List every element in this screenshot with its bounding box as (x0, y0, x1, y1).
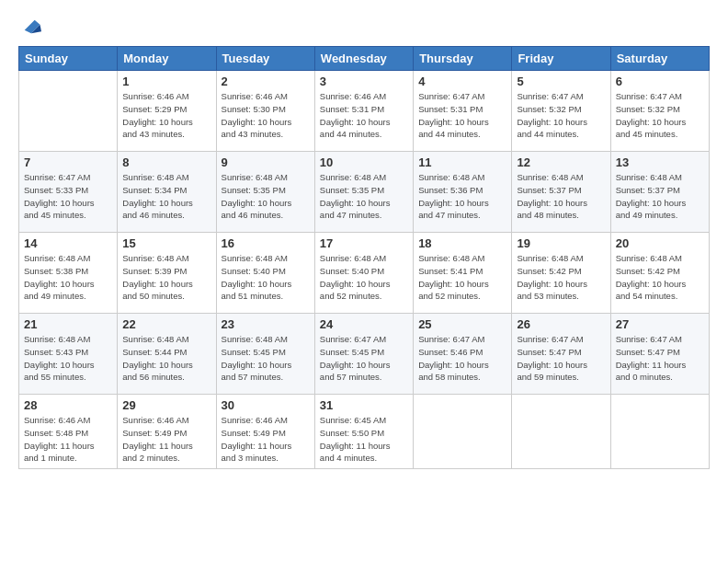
day-info: Sunrise: 6:48 AMSunset: 5:42 PMDaylight:… (616, 252, 704, 303)
calendar-cell: 8Sunrise: 6:48 AMSunset: 5:34 PMDaylight… (118, 152, 216, 233)
day-number: 20 (616, 236, 704, 250)
calendar-cell: 15Sunrise: 6:48 AMSunset: 5:39 PMDayligh… (118, 233, 216, 314)
day-number: 27 (616, 317, 704, 331)
weekday-header-tuesday: Tuesday (216, 47, 314, 71)
calendar-cell: 11Sunrise: 6:48 AMSunset: 5:36 PMDayligh… (414, 152, 512, 233)
calendar-cell: 23Sunrise: 6:48 AMSunset: 5:45 PMDayligh… (216, 314, 314, 395)
calendar-cell: 21Sunrise: 6:48 AMSunset: 5:43 PMDayligh… (19, 314, 118, 395)
day-info: Sunrise: 6:47 AMSunset: 5:32 PMDaylight:… (616, 90, 704, 141)
day-number: 22 (122, 317, 210, 331)
day-number: 3 (320, 75, 408, 88)
calendar-cell: 5Sunrise: 6:47 AMSunset: 5:32 PMDaylight… (512, 71, 610, 152)
day-info: Sunrise: 6:48 AMSunset: 5:40 PMDaylight:… (222, 252, 310, 303)
day-number: 30 (222, 398, 310, 412)
day-info: Sunrise: 6:46 AMSunset: 5:49 PMDaylight:… (222, 414, 310, 465)
day-info: Sunrise: 6:48 AMSunset: 5:37 PMDaylight:… (517, 171, 605, 222)
week-row-5: 28Sunrise: 6:46 AMSunset: 5:48 PMDayligh… (19, 395, 710, 469)
weekday-header-wednesday: Wednesday (314, 47, 413, 71)
day-info: Sunrise: 6:47 AMSunset: 5:33 PMDaylight:… (24, 171, 112, 222)
day-info: Sunrise: 6:48 AMSunset: 5:45 PMDaylight:… (222, 333, 310, 384)
day-number: 29 (122, 398, 210, 412)
calendar-cell: 27Sunrise: 6:47 AMSunset: 5:47 PMDayligh… (610, 314, 709, 395)
calendar-cell: 30Sunrise: 6:46 AMSunset: 5:49 PMDayligh… (216, 395, 314, 469)
day-number: 7 (24, 155, 112, 169)
day-info: Sunrise: 6:48 AMSunset: 5:34 PMDaylight:… (122, 171, 210, 222)
logo-bird-icon (21, 17, 41, 37)
calendar-cell: 28Sunrise: 6:46 AMSunset: 5:48 PMDayligh… (19, 395, 118, 469)
header (18, 17, 710, 37)
day-info: Sunrise: 6:46 AMSunset: 5:49 PMDaylight:… (122, 414, 210, 465)
calendar-cell: 13Sunrise: 6:48 AMSunset: 5:37 PMDayligh… (610, 152, 709, 233)
day-info: Sunrise: 6:46 AMSunset: 5:48 PMDaylight:… (24, 414, 112, 465)
day-info: Sunrise: 6:48 AMSunset: 5:43 PMDaylight:… (24, 333, 112, 384)
day-number: 24 (320, 317, 408, 331)
weekday-header-saturday: Saturday (610, 47, 709, 71)
page: SundayMondayTuesdayWednesdayThursdayFrid… (0, 0, 728, 563)
day-number: 21 (24, 317, 112, 331)
day-number: 5 (517, 75, 605, 88)
calendar-cell: 6Sunrise: 6:47 AMSunset: 5:32 PMDaylight… (610, 71, 709, 152)
week-row-3: 14Sunrise: 6:48 AMSunset: 5:38 PMDayligh… (19, 233, 710, 314)
day-info: Sunrise: 6:48 AMSunset: 5:39 PMDaylight:… (122, 252, 210, 303)
calendar-cell: 2Sunrise: 6:46 AMSunset: 5:30 PMDaylight… (216, 71, 314, 152)
day-info: Sunrise: 6:48 AMSunset: 5:36 PMDaylight:… (418, 171, 506, 222)
calendar-cell: 26Sunrise: 6:47 AMSunset: 5:47 PMDayligh… (512, 314, 610, 395)
day-info: Sunrise: 6:46 AMSunset: 5:31 PMDaylight:… (320, 90, 408, 141)
weekday-header-friday: Friday (512, 47, 610, 71)
day-number: 13 (616, 155, 704, 169)
calendar-cell: 22Sunrise: 6:48 AMSunset: 5:44 PMDayligh… (118, 314, 216, 395)
logo (18, 17, 41, 37)
weekday-header-thursday: Thursday (414, 47, 512, 71)
day-number: 26 (517, 317, 605, 331)
calendar-cell: 29Sunrise: 6:46 AMSunset: 5:49 PMDayligh… (118, 395, 216, 469)
calendar-cell: 1Sunrise: 6:46 AMSunset: 5:29 PMDaylight… (118, 71, 216, 152)
day-number: 4 (418, 75, 506, 88)
day-number: 6 (616, 75, 704, 88)
day-number: 25 (418, 317, 506, 331)
calendar-cell: 7Sunrise: 6:47 AMSunset: 5:33 PMDaylight… (19, 152, 118, 233)
week-row-1: 1Sunrise: 6:46 AMSunset: 5:29 PMDaylight… (19, 71, 710, 152)
calendar-cell (610, 395, 709, 469)
calendar-cell: 14Sunrise: 6:48 AMSunset: 5:38 PMDayligh… (19, 233, 118, 314)
day-number: 31 (320, 398, 408, 412)
day-info: Sunrise: 6:48 AMSunset: 5:35 PMDaylight:… (320, 171, 408, 222)
calendar-cell: 17Sunrise: 6:48 AMSunset: 5:40 PMDayligh… (314, 233, 413, 314)
day-info: Sunrise: 6:48 AMSunset: 5:42 PMDaylight:… (517, 252, 605, 303)
day-number: 10 (320, 155, 408, 169)
day-number: 18 (418, 236, 506, 250)
day-info: Sunrise: 6:47 AMSunset: 5:47 PMDaylight:… (517, 333, 605, 384)
week-row-2: 7Sunrise: 6:47 AMSunset: 5:33 PMDaylight… (19, 152, 710, 233)
calendar-cell: 16Sunrise: 6:48 AMSunset: 5:40 PMDayligh… (216, 233, 314, 314)
day-info: Sunrise: 6:48 AMSunset: 5:38 PMDaylight:… (24, 252, 112, 303)
day-number: 2 (222, 75, 310, 88)
weekday-header-row: SundayMondayTuesdayWednesdayThursdayFrid… (19, 47, 710, 71)
day-info: Sunrise: 6:48 AMSunset: 5:35 PMDaylight:… (222, 171, 310, 222)
calendar-cell (512, 395, 610, 469)
day-info: Sunrise: 6:48 AMSunset: 5:44 PMDaylight:… (122, 333, 210, 384)
weekday-header-sunday: Sunday (19, 47, 118, 71)
day-info: Sunrise: 6:47 AMSunset: 5:32 PMDaylight:… (517, 90, 605, 141)
day-number: 16 (222, 236, 310, 250)
calendar-cell: 18Sunrise: 6:48 AMSunset: 5:41 PMDayligh… (414, 233, 512, 314)
day-number: 9 (222, 155, 310, 169)
calendar-cell: 9Sunrise: 6:48 AMSunset: 5:35 PMDaylight… (216, 152, 314, 233)
day-info: Sunrise: 6:47 AMSunset: 5:46 PMDaylight:… (418, 333, 506, 384)
day-number: 15 (122, 236, 210, 250)
day-info: Sunrise: 6:47 AMSunset: 5:31 PMDaylight:… (418, 90, 506, 141)
day-number: 11 (418, 155, 506, 169)
day-number: 17 (320, 236, 408, 250)
day-number: 19 (517, 236, 605, 250)
weekday-header-monday: Monday (118, 47, 216, 71)
calendar-cell: 12Sunrise: 6:48 AMSunset: 5:37 PMDayligh… (512, 152, 610, 233)
calendar-cell: 4Sunrise: 6:47 AMSunset: 5:31 PMDaylight… (414, 71, 512, 152)
day-number: 8 (122, 155, 210, 169)
calendar-cell (414, 395, 512, 469)
day-info: Sunrise: 6:48 AMSunset: 5:40 PMDaylight:… (320, 252, 408, 303)
week-row-4: 21Sunrise: 6:48 AMSunset: 5:43 PMDayligh… (19, 314, 710, 395)
calendar-cell: 10Sunrise: 6:48 AMSunset: 5:35 PMDayligh… (314, 152, 413, 233)
calendar-cell (19, 71, 118, 152)
day-number: 28 (24, 398, 112, 412)
day-info: Sunrise: 6:46 AMSunset: 5:29 PMDaylight:… (122, 90, 210, 141)
day-number: 23 (222, 317, 310, 331)
calendar-cell: 20Sunrise: 6:48 AMSunset: 5:42 PMDayligh… (610, 233, 709, 314)
